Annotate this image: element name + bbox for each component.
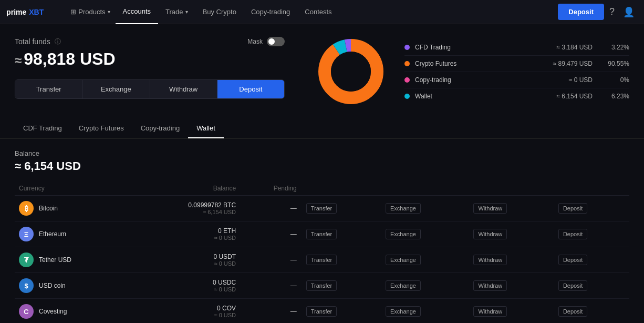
coin-icon: $ — [19, 278, 34, 293]
nav-contests[interactable]: Contests — [297, 0, 339, 24]
nav-trade[interactable]: Trade ▾ — [158, 0, 195, 24]
nav-buy-crypto[interactable]: Buy Crypto — [195, 0, 244, 24]
row-action-exchange[interactable]: Exchange — [386, 203, 421, 214]
legend-name-copy: Copy-trading — [415, 76, 569, 84]
legend-name-cfd: CFD Trading — [415, 44, 556, 51]
legend-val-copy: ≈ 0 USD — [569, 76, 593, 84]
info-icon[interactable]: ⓘ — [55, 37, 61, 46]
deposit-button[interactable]: Deposit — [217, 80, 284, 98]
user-icon-button[interactable]: 👤 — [620, 6, 638, 18]
grid-icon: ⊞ — [70, 8, 76, 16]
tab-crypto-futures[interactable]: Crypto Futures — [70, 119, 132, 138]
currency-cell: Ξ Ethereum — [15, 221, 132, 247]
help-icon: ? — [609, 6, 615, 17]
row-action-deposit[interactable]: Deposit — [558, 306, 587, 317]
wallet-table: Currency Balance Pending ₿ Bitcoin 0.099… — [15, 181, 629, 323]
action-cell-1: Exchange — [380, 196, 468, 221]
bal-sub: ≈ 0 USD — [136, 312, 236, 318]
tab-wallet[interactable]: Wallet — [188, 119, 224, 138]
balance-section: Balance ≈ 6,154 USD Currency Balance Pen… — [0, 139, 644, 323]
row-action-exchange[interactable]: Exchange — [386, 306, 421, 317]
transfer-button[interactable]: Transfer — [15, 80, 82, 98]
action-cell-0: Transfer — [301, 221, 380, 247]
bal-main: 0 ETH — [136, 227, 236, 235]
legend-copy: Copy-trading ≈ 0 USD 0% — [404, 72, 629, 88]
col-currency: Currency — [15, 181, 132, 196]
nav-accounts[interactable]: Accounts — [116, 0, 158, 24]
legend-val-wallet: ≈ 6,154 USD — [556, 93, 593, 100]
svg-text:XBT: XBT — [29, 7, 44, 16]
bal-sub: ≈ 6,154 USD — [136, 209, 236, 215]
row-action-exchange[interactable]: Exchange — [386, 229, 421, 239]
row-action-exchange[interactable]: Exchange — [386, 255, 421, 265]
user-icon: 👤 — [623, 7, 635, 17]
row-action-exchange[interactable]: Exchange — [386, 280, 421, 291]
chart-legend: CFD Trading ≈ 3,184 USD 3.22% Crypto Fut… — [404, 39, 629, 104]
row-action-transfer[interactable]: Transfer — [306, 255, 337, 265]
legend-val-futures: ≈ 89,479 USD — [553, 60, 593, 67]
withdraw-button[interactable]: Withdraw — [150, 80, 217, 98]
action-cell-0: Transfer — [301, 247, 380, 273]
chevron-down-icon: ▾ — [108, 9, 110, 15]
coin-name: Covesting — [39, 308, 67, 315]
right-panel: CFD Trading ≈ 3,184 USD 3.22% Crypto Fut… — [299, 24, 644, 119]
legend-cfd: CFD Trading ≈ 3,184 USD 3.22% — [404, 39, 629, 56]
row-action-deposit[interactable]: Deposit — [558, 229, 587, 239]
main-layout: Total funds ⓘ Mask ≈98,818 USD Transfer … — [0, 24, 644, 119]
action-cell-3: Deposit — [553, 221, 629, 247]
row-action-transfer[interactable]: Transfer — [306, 280, 337, 291]
tab-cfd-trading[interactable]: CDF Trading — [15, 119, 70, 138]
legend-dot-wallet — [404, 94, 410, 99]
chart-container: CFD Trading ≈ 3,184 USD 3.22% Crypto Fut… — [314, 35, 629, 108]
row-action-transfer[interactable]: Transfer — [306, 306, 337, 317]
help-icon-button[interactable]: ? — [604, 6, 620, 17]
legend-dot-cfd — [404, 45, 410, 50]
currency-cell: $ USD coin — [15, 273, 132, 299]
row-action-transfer[interactable]: Transfer — [306, 229, 337, 239]
currency-cell: ₿ Bitcoin — [15, 196, 132, 221]
legend-val-cfd: ≈ 3,184 USD — [556, 44, 593, 51]
legend-dot-futures — [404, 61, 410, 66]
bal-sub: ≈ 0 USD — [136, 260, 236, 267]
action-cell-3: Deposit — [553, 299, 629, 324]
col-pending: Pending — [240, 181, 301, 196]
total-funds-label: Total funds — [15, 37, 50, 46]
mask-toggle[interactable] — [267, 37, 285, 46]
row-action-withdraw[interactable]: Withdraw — [473, 255, 507, 265]
row-action-deposit[interactable]: Deposit — [558, 203, 587, 214]
row-action-deposit[interactable]: Deposit — [558, 280, 587, 291]
balance-label: Balance — [15, 149, 629, 157]
mask-label: Mask — [247, 38, 263, 45]
action-cell-2: Withdraw — [468, 196, 553, 221]
chevron-down-icon: ▾ — [185, 9, 188, 15]
action-cell-0: Transfer — [301, 273, 380, 299]
row-action-deposit[interactable]: Deposit — [558, 255, 587, 265]
products-menu-btn[interactable]: ⊞ Products ▾ — [65, 0, 115, 24]
row-action-withdraw[interactable]: Withdraw — [473, 306, 507, 317]
coin-name: Tether USD — [39, 256, 71, 264]
legend-pct-wallet: 6.23% — [603, 93, 629, 100]
action-cell-1: Exchange — [380, 221, 468, 247]
nav-copy-trading[interactable]: Copy-trading — [244, 0, 297, 24]
legend-name-futures: Crypto Futures — [415, 60, 553, 67]
tab-copy-trading[interactable]: Copy-trading — [132, 119, 188, 138]
logo: prime XBT — [6, 6, 56, 18]
table-row: ₮ Tether USD 0 USDT ≈ 0 USD — TransferEx… — [15, 247, 629, 273]
row-action-withdraw[interactable]: Withdraw — [473, 280, 507, 291]
pending-cell: — — [240, 221, 301, 247]
bal-sub: ≈ 0 USD — [136, 286, 236, 292]
pending-cell: — — [240, 299, 301, 324]
legend-name-wallet: Wallet — [415, 93, 556, 100]
exchange-button[interactable]: Exchange — [82, 80, 150, 98]
deposit-nav-button[interactable]: Deposit — [558, 4, 604, 20]
mask-toggle-row: Mask — [247, 37, 285, 46]
total-funds-row: Total funds ⓘ Mask — [15, 37, 285, 46]
action-cell-2: Withdraw — [468, 273, 553, 299]
coin-icon: Ξ — [19, 227, 34, 241]
row-action-transfer[interactable]: Transfer — [306, 203, 337, 214]
row-action-withdraw[interactable]: Withdraw — [473, 203, 507, 214]
balance-cell: 0 ETH ≈ 0 USD — [132, 221, 240, 247]
row-action-withdraw[interactable]: Withdraw — [473, 229, 507, 239]
coin-icon: ₿ — [19, 201, 34, 216]
legend-dot-copy — [404, 77, 410, 83]
